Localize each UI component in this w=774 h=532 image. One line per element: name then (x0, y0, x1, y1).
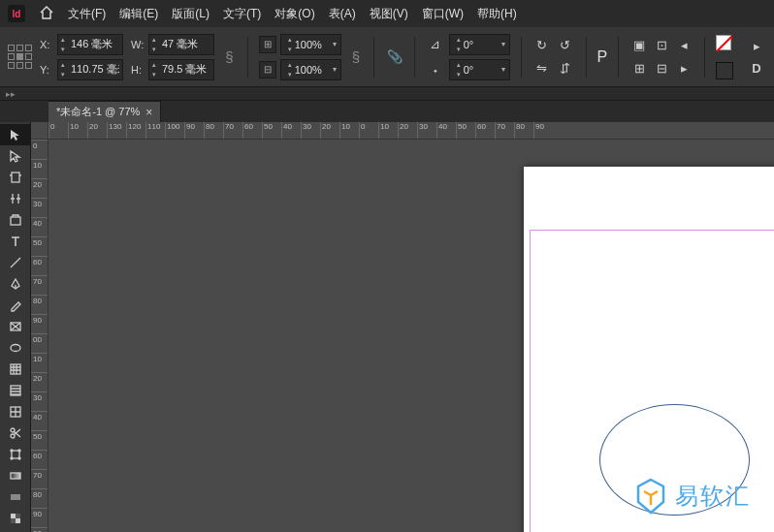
pencil-tool[interactable] (0, 295, 31, 316)
menu-edit[interactable]: 编辑(E) (119, 6, 158, 22)
scale-x-icon: ⊞ (259, 36, 276, 53)
x-label: X: (40, 39, 53, 50)
svg-rect-1 (11, 217, 20, 225)
select-next-icon[interactable]: ▸ (674, 59, 693, 78)
tab-title: *未命名-1 @ 77% (56, 105, 140, 119)
fill-stroke-icon[interactable] (716, 35, 739, 58)
tab-close-icon[interactable]: × (145, 106, 152, 119)
menu-object[interactable]: 对象(O) (274, 6, 314, 22)
document-tab[interactable]: *未命名-1 @ 77% × (48, 101, 161, 122)
y-input[interactable]: ▴▾ (57, 59, 123, 80)
menu-help[interactable]: 帮助(H) (477, 6, 517, 22)
collapse-arrows-icon: ▸▸ (6, 89, 16, 99)
svg-rect-16 (11, 514, 16, 518)
selection-tool[interactable] (0, 124, 31, 145)
horizontal-ruler[interactable]: 0102013012011010090807060504030201001020… (48, 122, 774, 140)
scale-x-input[interactable]: ▴▾▾ (280, 34, 341, 55)
select-container-icon[interactable]: ▣ (629, 36, 649, 55)
rotate-icon: ⊿ (426, 35, 445, 54)
constrain-wh-icon[interactable]: § (222, 43, 237, 72)
workspace: 0102013012011010090807060504030201001020… (0, 122, 774, 532)
reference-point-grid[interactable] (8, 45, 32, 69)
line-tool[interactable] (0, 252, 31, 273)
watermark: 易软汇 (634, 478, 751, 515)
margin-guide-vertical (530, 230, 531, 532)
panel-collapse-bar[interactable]: ▸▸ (0, 87, 774, 101)
shear-icon: ⬩ (426, 60, 445, 79)
rotate-cw-icon[interactable]: ↻ (532, 36, 552, 55)
app-logo: Id (8, 5, 25, 22)
effects-icon[interactable]: D (747, 58, 766, 78)
menu-window[interactable]: 窗口(W) (422, 6, 464, 22)
free-transform-tool[interactable] (0, 444, 31, 465)
margin-guide-horizontal (530, 230, 774, 231)
scale-y-icon: ⊟ (259, 61, 276, 78)
rectangle-frame-tool[interactable] (0, 316, 31, 337)
toolbox (0, 122, 31, 532)
paragraph-icon[interactable]: P (597, 48, 608, 66)
menu-view[interactable]: 视图(V) (370, 6, 408, 22)
pasteboard[interactable] (48, 140, 774, 532)
svg-rect-18 (16, 514, 20, 518)
page-tool[interactable] (0, 167, 31, 188)
content-collector-tool[interactable] (0, 209, 31, 231)
distribute-icon[interactable]: ⊟ (652, 59, 671, 78)
w-input[interactable]: ▴▾ (148, 34, 214, 55)
svg-point-11 (18, 450, 20, 452)
h-label: H: (131, 64, 145, 76)
align-icon[interactable]: ⊞ (629, 59, 649, 78)
menu-type[interactable]: 文字(T) (223, 6, 261, 22)
shear-input[interactable]: ▴▾▾ (449, 59, 510, 80)
x-input[interactable]: ▴▾ (57, 34, 123, 55)
direct-selection-tool[interactable] (0, 145, 31, 167)
watermark-text: 易软汇 (675, 481, 751, 512)
document-tab-bar: *未命名-1 @ 77% × (0, 101, 774, 122)
options-bar: X: ▴▾ Y: ▴▾ W: ▴▾ H: ▴▾ § ⊞ ▴▾▾ ⊟ ▴▾▾ § … (0, 27, 774, 87)
svg-point-3 (11, 345, 20, 352)
svg-rect-0 (12, 172, 19, 182)
attach-icon[interactable]: 📎 (385, 47, 403, 67)
watermark-icon (634, 478, 667, 515)
svg-rect-15 (11, 494, 20, 500)
svg-rect-9 (12, 451, 19, 458)
w-label: W: (131, 39, 145, 50)
scale-y-input[interactable]: ▴▾▾ (280, 59, 341, 80)
svg-point-13 (18, 457, 20, 459)
ruler-origin[interactable] (31, 122, 48, 140)
rotate-input[interactable]: ▴▾▾ (449, 34, 510, 55)
menu-bar: Id 文件(F) 编辑(E) 版面(L) 文字(T) 对象(O) 表(A) 视图… (0, 0, 774, 27)
menu-file[interactable]: 文件(F) (68, 6, 106, 22)
svg-rect-4 (11, 364, 20, 374)
select-prev-icon[interactable]: ◂ (674, 36, 693, 55)
flip-h-icon[interactable]: ⇋ (532, 59, 552, 78)
rect-tool[interactable] (0, 486, 31, 508)
type-tool[interactable] (0, 231, 31, 252)
stroke-swatch[interactable] (716, 62, 733, 79)
constrain-scale-icon[interactable]: § (349, 43, 364, 72)
svg-rect-17 (16, 518, 20, 523)
h-input[interactable]: ▴▾ (148, 59, 214, 80)
vertical-ruler[interactable]: 0102030405060708090001020304050607080900… (31, 140, 48, 532)
canvas-area: 0102013012011010090807060504030201001020… (31, 122, 774, 532)
checker-tool[interactable] (0, 508, 31, 529)
menu-layout[interactable]: 版面(L) (172, 6, 210, 22)
freeform-tool[interactable] (0, 401, 31, 422)
svg-rect-14 (11, 473, 20, 479)
menu-table[interactable]: 表(A) (329, 6, 356, 22)
select-content-icon[interactable]: ⊡ (652, 36, 671, 55)
home-icon[interactable] (39, 6, 54, 22)
more-icon[interactable]: ▸ (747, 36, 766, 55)
scissors-tool[interactable] (0, 422, 31, 444)
gap-tool[interactable] (0, 188, 31, 209)
y-label: Y: (40, 64, 53, 76)
grid-tool2[interactable] (0, 380, 31, 401)
ellipse-tool[interactable] (0, 337, 31, 359)
grid-tool1[interactable] (0, 359, 31, 380)
svg-rect-19 (11, 518, 16, 523)
svg-point-12 (11, 457, 13, 459)
pen-tool[interactable] (0, 273, 31, 295)
flip-v-icon[interactable]: ⇵ (556, 59, 575, 78)
gradient-tool[interactable] (0, 465, 31, 486)
svg-point-10 (11, 450, 13, 452)
rotate-ccw-icon[interactable]: ↺ (556, 36, 575, 55)
